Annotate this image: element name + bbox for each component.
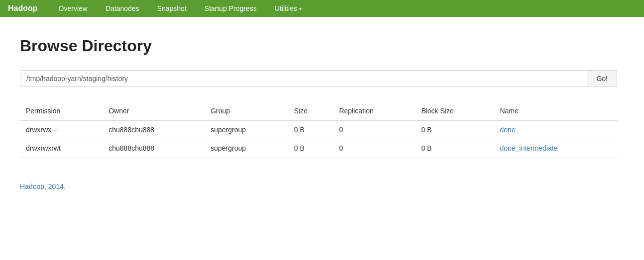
cell-owner: chu888chu888 xyxy=(103,139,205,158)
col-header-owner: Owner xyxy=(103,102,205,120)
nav-link-startup-progress[interactable]: Startup Progress xyxy=(196,0,266,17)
nav-utilities-dropdown[interactable]: Utilities ▾ xyxy=(266,0,311,17)
cell-size: 0 B xyxy=(288,120,333,139)
cell-block-size: 0 B xyxy=(415,120,494,139)
col-header-name: Name xyxy=(494,102,617,120)
chevron-down-icon: ▾ xyxy=(299,6,302,11)
cell-replication: 0 xyxy=(333,120,415,139)
nav-brand[interactable]: Hadoop xyxy=(8,4,38,13)
cell-name: done_intermediate xyxy=(494,139,617,158)
path-input[interactable] xyxy=(20,71,587,87)
table-row: drwxrwxrwtchu888chu888supergroup0 B00 Bd… xyxy=(20,139,617,158)
nav-link-datanodes[interactable]: Datanodes xyxy=(97,0,148,17)
cell-block-size: 0 B xyxy=(415,139,494,158)
table-body: drwxrwx---chu888chu888supergroup0 B00 Bd… xyxy=(20,120,617,158)
cell-owner: chu888chu888 xyxy=(103,120,205,139)
table-row: drwxrwx---chu888chu888supergroup0 B00 Bd… xyxy=(20,120,617,139)
table-header: Permission Owner Group Size Replication … xyxy=(20,102,617,120)
cell-group: supergroup xyxy=(205,139,288,158)
footer: Hadoop, 2014. xyxy=(0,168,644,205)
nav-link-snapshot[interactable]: Snapshot xyxy=(148,0,196,17)
directory-table: Permission Owner Group Size Replication … xyxy=(20,102,617,158)
page-title: Browse Directory xyxy=(20,37,624,55)
cell-size: 0 B xyxy=(288,139,333,158)
col-header-block-size: Block Size xyxy=(415,102,494,120)
table-header-row: Permission Owner Group Size Replication … xyxy=(20,102,617,120)
cell-group: supergroup xyxy=(205,120,288,139)
col-header-group: Group xyxy=(205,102,288,120)
name-link[interactable]: done_intermediate xyxy=(500,144,557,152)
cell-name: done xyxy=(494,120,617,139)
nav-utilities-label: Utilities xyxy=(275,4,297,12)
cell-permission: drwxrwx--- xyxy=(20,120,103,139)
search-bar: Go! xyxy=(20,70,617,87)
go-button[interactable]: Go! xyxy=(587,71,617,87)
cell-permission: drwxrwxrwt xyxy=(20,139,103,158)
col-header-replication: Replication xyxy=(333,102,415,120)
nav-links: Overview Datanodes Snapshot Startup Prog… xyxy=(50,0,311,17)
top-navigation: Hadoop Overview Datanodes Snapshot Start… xyxy=(0,0,644,17)
footer-text: Hadoop, 2014. xyxy=(20,182,66,190)
col-header-size: Size xyxy=(288,102,333,120)
main-content: Browse Directory Go! Permission Owner Gr… xyxy=(0,17,644,168)
col-header-permission: Permission xyxy=(20,102,103,120)
name-link[interactable]: done xyxy=(500,126,515,134)
nav-link-overview[interactable]: Overview xyxy=(50,0,97,17)
cell-replication: 0 xyxy=(333,139,415,158)
